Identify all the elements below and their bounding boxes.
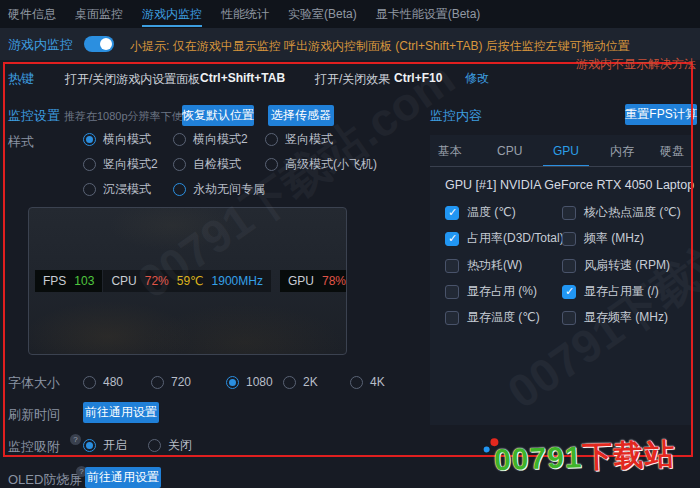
checkbox-label: 显存占用 (%) [467,283,537,300]
refresh-goto-settings-button[interactable]: 前往通用设置 [83,402,159,423]
monitor-settings-title: 监控设置 [8,107,60,125]
hotkey-effect-desc: 打开/关闭效果 [315,71,390,88]
fps-value: 103 [74,274,94,288]
snap-off-option[interactable]: 关闭 [148,438,192,452]
radio-icon [83,158,96,171]
font-size-480[interactable]: 480 [83,375,123,389]
radio-label: 480 [103,375,123,389]
checkbox-icon [445,311,459,325]
radio-label: 开启 [103,437,127,454]
style-option-vertical[interactable]: 竖向模式 [265,132,333,146]
tab-gpu-settings-beta[interactable]: 显卡性能设置(Beta) [376,0,481,28]
metric-usage[interactable]: 占用率(D3D/Total) [445,231,564,246]
overlay-preview-image: FPS 103 CPU 72% 59℃ 1900MHz GPU 78% 67℃ [28,207,347,355]
app-window: 硬件信息 桌面监控 游戏内监控 性能统计 实验室(Beta) 显卡性能设置(Be… [0,0,700,488]
tab-hardware-info[interactable]: 硬件信息 [8,0,56,28]
fps-stat-segment: FPS 103 [35,270,102,292]
watermark-dot-blue [484,446,490,452]
top-tab-bar: 硬件信息 桌面监控 游戏内监控 性能统计 实验室(Beta) 显卡性能设置(Be… [0,0,700,28]
metric-fan-speed[interactable]: 风扇转速 (RPM) [562,258,670,273]
checkbox-label: 热功耗(W) [467,257,522,274]
tab-performance-stats[interactable]: 性能统计 [221,0,269,28]
radio-icon [148,439,161,452]
metric-vram-usage-amount[interactable]: 显存占用量 (/) [562,284,659,299]
radio-label: 横向模式 [103,131,151,148]
style-option-advanced[interactable]: 高级模式(小飞机) [265,157,377,171]
radio-label: 2K [303,375,318,389]
style-option-selfcheck[interactable]: 自检模式 [173,157,241,171]
font-size-720[interactable]: 720 [151,375,191,389]
checkbox-label: 占用率(D3D/Total) [467,230,564,247]
radio-icon [283,376,296,389]
style-option-horizontal2[interactable]: 横向模式2 [173,132,248,146]
style-row-label: 样式 [8,133,34,151]
metric-frequency[interactable]: 频率 (MHz) [562,231,644,246]
monitor-snap-label: 监控吸附 [8,438,60,456]
checkbox-label: 风扇转速 (RPM) [584,257,670,274]
font-size-4k[interactable]: 4K [350,375,385,389]
metric-hotspot-temp[interactable]: 核心热点温度 (℃) [562,205,681,220]
style-option-naraka[interactable]: 永劫无间专属 [173,182,265,196]
content-tab-gpu[interactable]: GPU [553,141,579,161]
checkbox-icon [445,285,459,299]
checkbox-icon [562,259,576,273]
style-option-immersive[interactable]: 沉浸模式 [83,182,151,196]
metric-temperature[interactable]: 温度 (℃) [445,205,516,220]
font-size-row-label: 字体大小 [8,374,60,392]
content-tab-basic[interactable]: 基本 [438,141,462,161]
content-tab-cpu[interactable]: CPU [497,141,522,161]
content-tab-memory[interactable]: 内存 [610,141,634,161]
font-size-1080[interactable]: 1080 [226,375,273,389]
style-option-vertical2[interactable]: 竖向模式2 [83,157,158,171]
radio-label: 竖向模式 [285,131,333,148]
radio-icon [83,376,96,389]
oled-goto-settings-button[interactable]: 前往通用设置 [85,467,161,488]
restore-default-position-button[interactable]: 恢复默认位置 [182,105,254,126]
radio-icon [226,376,239,389]
overlay-not-showing-help-link[interactable]: 游戏内不显示解决方法 [576,56,696,73]
hotkey-panel-key: Ctrl+Shift+TAB [200,71,285,85]
hotkey-section-label: 热键 [8,70,34,88]
checkbox-label: 核心热点温度 (℃) [584,204,681,221]
radio-label: 4K [370,375,385,389]
checkbox-label: 频率 (MHz) [584,230,644,247]
hotkey-effect-key: Ctrl+F10 [394,71,442,85]
metric-vram-usage-pct[interactable]: 显存占用 (%) [445,284,537,299]
hotkey-panel-desc: 打开/关闭游戏内设置面板 [65,71,200,88]
refresh-time-label: 刷新时间 [8,406,60,424]
reset-fps-button[interactable]: 重置FPS计算 [625,104,697,125]
metric-vram-freq[interactable]: 显存频率 (MHz) [562,310,668,325]
content-tab-disk[interactable]: 硬盘 [660,141,684,161]
radio-icon [265,133,278,146]
ingame-monitor-toggle[interactable] [84,36,114,52]
hotkey-modify-link[interactable]: 修改 [465,70,489,87]
tab-desktop-monitor[interactable]: 桌面监控 [75,0,123,28]
snap-on-option[interactable]: 开启 [83,438,127,452]
toolbar-tip-text: 小提示: 仅在游戏中显示监控 呼出游戏内控制面板 (Ctrl+Shift+TAB… [130,38,630,55]
metric-power[interactable]: 热功耗(W) [445,258,522,273]
ingame-monitor-title: 游戏内监控 [8,36,73,54]
cpu-freq: 1900MHz [212,274,263,288]
radio-label: 720 [171,375,191,389]
monitor-content-panel: 基本 CPU GPU 内存 硬盘 GPU [#1] NVIDIA GeForce… [430,135,692,425]
tab-ingame-monitor[interactable]: 游戏内监控 [142,0,202,28]
radio-label: 高级模式(小飞机) [285,156,377,173]
checkbox-label: 显存占用量 (/) [584,283,659,300]
radio-icon [173,158,186,171]
tab-lab-beta[interactable]: 实验室(Beta) [288,0,357,28]
radio-icon [83,183,96,196]
cpu-label: CPU [111,274,136,288]
snap-help-icon[interactable]: ? [70,434,81,445]
watermark-text-red: 下载站 [582,437,676,473]
font-size-2k[interactable]: 2K [283,375,318,389]
gpu-device-title: GPU [#1] NVIDIA GeForce RTX 4050 Laptop [445,178,694,192]
select-sensor-button[interactable]: 选择传感器 [268,105,334,126]
checkbox-label: 温度 (℃) [467,204,516,221]
checkbox-icon [562,311,576,325]
oled-protect-label: OLED防烧屏 [8,471,82,488]
checkbox-icon [562,285,576,299]
radio-label: 横向模式2 [193,131,248,148]
metric-vram-temp[interactable]: 显存温度 (℃) [445,310,540,325]
radio-icon [173,133,186,146]
style-option-horizontal[interactable]: 横向模式 [83,132,151,146]
